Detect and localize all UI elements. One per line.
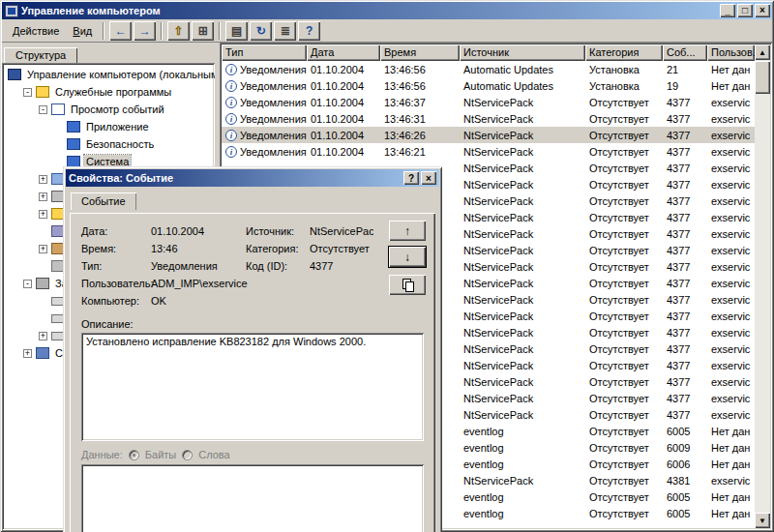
cell: 4377 bbox=[663, 357, 707, 373]
description-text: Установлено исправление KB823182 для Win… bbox=[86, 336, 366, 347]
window-titlebar[interactable]: Управление компьютером _ □ × bbox=[2, 2, 772, 19]
previous-event-button[interactable]: ↑ bbox=[389, 221, 426, 241]
cell: 6006 bbox=[663, 456, 707, 472]
export-list-button[interactable]: ≣ bbox=[274, 21, 296, 41]
tab-event[interactable]: Событие bbox=[71, 192, 136, 210]
cell-text: Уведомления bbox=[240, 62, 307, 77]
expand-icon[interactable]: + bbox=[39, 332, 47, 340]
cell: eventlog bbox=[460, 456, 585, 472]
expand-icon[interactable]: + bbox=[39, 192, 47, 201]
cell-text: 4377 bbox=[667, 193, 690, 209]
cell: Отсутствует bbox=[585, 176, 663, 192]
cell-text: exservic bbox=[711, 407, 750, 423]
cell: iУведомления bbox=[222, 110, 307, 127]
table-row[interactable]: iУведомления01.10.200413:46:56Automatic … bbox=[222, 61, 755, 77]
user-value: ADM_IMP\exservice bbox=[151, 275, 373, 292]
help-button[interactable]: ? bbox=[298, 21, 320, 41]
copy-event-button[interactable] bbox=[389, 275, 426, 295]
cell: NtServicePack bbox=[460, 176, 585, 192]
scrollbar-thumb[interactable] bbox=[755, 61, 770, 94]
cell: Отсутствует bbox=[585, 390, 663, 406]
dialog-titlebar[interactable]: Свойства: Событие ? × bbox=[66, 169, 439, 187]
collapse-icon[interactable]: - bbox=[23, 280, 32, 288]
scroll-up-icon[interactable]: ▲ bbox=[755, 44, 770, 60]
cell-text: Нет дан bbox=[711, 62, 750, 77]
radio-dot-icon bbox=[133, 454, 135, 457]
toolbar: ←→⇧⊞▤↻≣? bbox=[108, 21, 321, 41]
scroll-down-icon[interactable]: ▼ bbox=[755, 513, 770, 528]
cell-text: NtServicePack bbox=[463, 95, 533, 110]
words-radio[interactable] bbox=[182, 450, 193, 460]
cell-text: NtServicePack bbox=[463, 407, 533, 423]
words-radio-label: Слова bbox=[198, 449, 229, 460]
column-header[interactable]: Соб... bbox=[663, 44, 707, 61]
cell: 6005 bbox=[663, 505, 707, 521]
dialog-close-button[interactable]: × bbox=[421, 171, 436, 185]
column-header[interactable]: Пользов... bbox=[707, 44, 755, 61]
tree-item[interactable]: Управление компьютером (локальным bbox=[2, 66, 215, 83]
cell-text: Нет дан bbox=[711, 424, 750, 439]
cell: Отсутствует bbox=[585, 160, 663, 176]
computer-icon bbox=[8, 69, 21, 80]
forward-button[interactable]: → bbox=[134, 21, 156, 41]
cell-text: 4377 bbox=[667, 226, 690, 242]
menu-action[interactable]: Действие bbox=[6, 22, 66, 40]
expand-icon[interactable]: + bbox=[39, 175, 47, 184]
table-row[interactable]: iУведомления01.10.200413:46:31NtServiceP… bbox=[222, 110, 755, 127]
up-level-button[interactable]: ⇧ bbox=[167, 21, 190, 41]
cell: Нет дан bbox=[707, 488, 755, 505]
tree-item[interactable]: -Служебные программы bbox=[2, 83, 215, 101]
minimize-button[interactable]: _ bbox=[720, 4, 735, 17]
expand-icon[interactable]: + bbox=[23, 349, 32, 358]
column-header[interactable]: Дата bbox=[307, 44, 380, 61]
menu-view[interactable]: Вид bbox=[66, 22, 99, 40]
cell: Отсутствует bbox=[585, 423, 663, 439]
refresh-icon: ↻ bbox=[256, 24, 266, 38]
vertical-scrollbar[interactable]: ▲ ▼ bbox=[755, 44, 770, 528]
cell-text: Отсутствует bbox=[589, 292, 649, 308]
show-hide-tree-button[interactable]: ⊞ bbox=[192, 21, 214, 41]
column-header[interactable]: Тип bbox=[222, 44, 307, 61]
cell-text: 4377 bbox=[667, 374, 690, 390]
cell-text: 13:46:26 bbox=[384, 128, 426, 143]
table-row[interactable]: iУведомления01.10.200413:46:21NtServiceP… bbox=[222, 143, 755, 160]
cell: 4377 bbox=[663, 110, 707, 127]
event-list-header: ТипДатаВремяИсточникКатегорияСоб...Польз… bbox=[222, 44, 755, 61]
bytes-radio[interactable] bbox=[129, 450, 139, 460]
column-header[interactable]: Источник bbox=[460, 44, 585, 61]
next-event-button[interactable]: ↓ bbox=[389, 247, 426, 267]
properties-button[interactable]: ▤ bbox=[225, 21, 248, 41]
collapse-icon[interactable]: - bbox=[23, 88, 32, 97]
column-header[interactable]: Категория bbox=[585, 44, 663, 61]
tree-item-label: Приложение bbox=[84, 120, 151, 133]
maximize-button[interactable]: □ bbox=[737, 4, 753, 17]
table-row[interactable]: iУведомления01.10.200413:46:37NtServiceP… bbox=[222, 94, 755, 110]
cell-text: Отсутствует bbox=[589, 489, 649, 505]
dialog-help-button[interactable]: ? bbox=[403, 171, 419, 185]
collapse-icon[interactable]: - bbox=[39, 105, 47, 114]
cell: Установка bbox=[585, 77, 663, 94]
cell-text: 4377 bbox=[667, 259, 690, 275]
cell: 4377 bbox=[663, 94, 707, 110]
refresh-button[interactable]: ↻ bbox=[250, 21, 272, 41]
tab-structure[interactable]: Структура bbox=[4, 47, 77, 64]
data-box[interactable] bbox=[81, 464, 424, 532]
expand-icon[interactable]: + bbox=[39, 245, 47, 253]
tree-item[interactable]: Безопасность bbox=[2, 135, 215, 153]
cell: 13:46:56 bbox=[380, 61, 460, 77]
table-row[interactable]: iУведомления01.10.200413:46:56Automatic … bbox=[222, 77, 755, 94]
cell: exservic bbox=[707, 275, 755, 291]
tree-item[interactable]: Приложение bbox=[2, 118, 215, 135]
back-button[interactable]: ← bbox=[109, 21, 132, 41]
column-header[interactable]: Время bbox=[380, 44, 460, 61]
expand-icon[interactable]: + bbox=[39, 210, 47, 219]
cell: 13:46:31 bbox=[380, 110, 460, 127]
cell: eventlog bbox=[460, 439, 585, 456]
cell-text: 13:46:21 bbox=[384, 144, 426, 160]
cell: NtServicePack bbox=[460, 209, 585, 225]
description-box[interactable]: Установлено исправление KB823182 для Win… bbox=[81, 333, 424, 441]
close-button[interactable]: × bbox=[755, 4, 770, 17]
tree-item[interactable]: -Просмотр событий bbox=[2, 101, 215, 118]
table-row[interactable]: iУведомления01.10.200413:46:26NtServiceP… bbox=[222, 127, 755, 143]
cell-text: Отсутствует bbox=[589, 128, 649, 143]
